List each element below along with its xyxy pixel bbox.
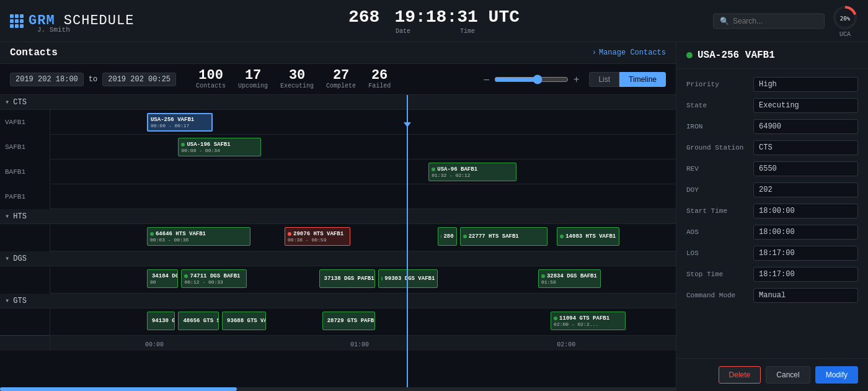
- zoom-in-button[interactable]: +: [574, 74, 579, 85]
- scrollbar[interactable]: [0, 387, 676, 391]
- timeline-cell-dgs: 34184 DG... 00 74711 DGS BAFB1 00:12 - 0…: [50, 266, 676, 294]
- bar-usa96-bafb1[interactable]: USA-96 BAFB1 01:32 - 02:12: [428, 163, 516, 181]
- field-iron: IRON 64900: [676, 116, 868, 137]
- header-date: 268: [348, 7, 379, 27]
- field-ground-station: Ground Station CTS: [676, 137, 868, 158]
- table-row: SAFB1 USA-196 SAFB1 00:08 - 00:34: [0, 135, 676, 160]
- row-label-bafb1: BAFB1: [0, 160, 50, 184]
- field-value-ground-station: CTS: [753, 140, 858, 155]
- from-date[interactable]: 2019 202 18:00: [10, 73, 84, 86]
- bar-74711-dgs[interactable]: 74711 DGS BAFB1 00:12 - 00:33: [181, 269, 247, 288]
- to-date[interactable]: 2019 202 00:25: [102, 73, 176, 86]
- field-priority: Priority High: [676, 74, 868, 95]
- chevron-down-icon: ▾: [5, 212, 9, 221]
- view-buttons: List Timeline: [589, 72, 666, 87]
- stat-executing: 30 Executing: [280, 69, 314, 89]
- chevron-down-icon: ▾: [5, 296, 9, 305]
- grid-icon: [10, 14, 24, 28]
- table-row: VAFB1 USA-256 VAFB1 00:00 - 00:17: [0, 110, 676, 135]
- group-row-gts[interactable]: ▾ GTS: [0, 294, 676, 308]
- user-name: J. Smith: [37, 26, 70, 34]
- bar-usa196-safb1[interactable]: USA-196 SAFB1 00:08 - 00:34: [178, 138, 260, 156]
- uca-label: UCA: [839, 30, 851, 37]
- bar-94130-gts[interactable]: 94130 GT...: [147, 312, 175, 330]
- bar-29076-hts[interactable]: 29076 HTS VAFB1 00:38 - 00:59: [285, 227, 350, 246]
- group-row-dgs[interactable]: ▾ DGS: [0, 251, 676, 266]
- field-value-stop-time: 18:17:00: [753, 267, 858, 282]
- field-value-iron: 64900: [753, 119, 858, 134]
- row-label-pafb1: PAFB1: [0, 184, 50, 209]
- time-tick-0200: 02:00: [557, 341, 575, 348]
- field-value-state: Executing: [753, 98, 858, 113]
- contacts-title: Contacts: [10, 47, 58, 58]
- timeline-cell-bafb1: USA-96 BAFB1 01:32 - 02:12: [50, 160, 676, 184]
- bar-37138-dgs[interactable]: 37138 DGS PAFB1: [319, 269, 376, 288]
- field-value-aos: 18:00:00: [753, 225, 858, 240]
- manage-contacts-link[interactable]: › Manage Contacts: [592, 48, 666, 57]
- group-row-cts[interactable]: ▾ CTS: [0, 95, 676, 110]
- bar-32834-dgs[interactable]: 32834 DGS BAFB1 01:58: [538, 269, 601, 288]
- date-label: Date: [396, 28, 410, 35]
- bar-usa256-vafb1[interactable]: USA-256 VAFB1 00:00 - 00:17: [147, 113, 213, 132]
- field-value-command-mode: Manual: [753, 288, 858, 303]
- time-tick-0000: 00:00: [145, 341, 164, 348]
- bar-14083-hts[interactable]: 14083 HTS VAFB1: [557, 227, 619, 246]
- group-row-hts[interactable]: ▾ HTS: [0, 209, 676, 224]
- left-panel: Contacts › Manage Contacts 2019 202 18:0…: [0, 42, 676, 391]
- stat-upcoming: 17 Upcoming: [238, 69, 268, 89]
- group-label-cts: CTS: [13, 98, 27, 107]
- bar-99303-dgs[interactable]: 99303 DGS VAFB1: [378, 269, 438, 288]
- bar-28729-gts[interactable]: 28729 GTS PAFB1: [322, 312, 376, 330]
- main: Contacts › Manage Contacts 2019 202 18:0…: [0, 42, 868, 391]
- bar-280-hts[interactable]: 280: [438, 227, 456, 246]
- row-label-vafb1: VAFB1: [0, 110, 50, 135]
- scrollbar-thumb[interactable]: [0, 387, 237, 391]
- delete-button[interactable]: Delete: [719, 366, 761, 384]
- timeline-cell-safb1: USA-196 SAFB1 00:08 - 00:34: [50, 135, 676, 160]
- search-input[interactable]: [733, 17, 818, 25]
- stat-contacts: 100 Contacts: [196, 69, 226, 89]
- field-aos: AOS 18:00:00: [676, 222, 868, 243]
- stats-group: 100 Contacts 17 Upcoming 30 Executing 27…: [196, 69, 391, 89]
- timeline-view-button[interactable]: Timeline: [619, 72, 666, 87]
- contact-title: USA-256 VAFB1: [698, 50, 775, 61]
- timeline-controls: 2019 202 18:00 to 2019 202 00:25 100 Con…: [0, 64, 676, 95]
- row-label-gts: [0, 308, 50, 336]
- svg-text:20%: 20%: [840, 15, 851, 21]
- contact-status-dot: [686, 52, 693, 58]
- bar-11094-gts[interactable]: 11094 GTS PAFB1 02:00 - 02:2...: [551, 312, 626, 330]
- modify-button[interactable]: Modify: [815, 366, 858, 384]
- bar-48656-gts[interactable]: 48656 GTS SA...: [178, 312, 219, 330]
- row-label-safb1: SAFB1: [0, 135, 50, 160]
- table-row: BAFB1 USA-96 BAFB1 01:32 - 02:12: [0, 160, 676, 184]
- header-time: 19:18:31 UTC: [394, 7, 520, 27]
- chevron-down-icon: ▾: [5, 97, 9, 107]
- group-label-hts: HTS: [13, 212, 27, 221]
- timeline-cell-hts: 64646 HTS VAFB1 00:03 - 00:36 29076 HTS …: [50, 224, 676, 251]
- row-label-hts: [0, 224, 50, 251]
- zoom-out-button[interactable]: –: [484, 74, 489, 85]
- uca-gauge: 20%: [832, 4, 858, 30]
- search-icon: 🔍: [720, 16, 729, 25]
- zoom-slider[interactable]: [494, 74, 569, 84]
- bar-93688-gts[interactable]: 93688 GTS VAFB1: [222, 312, 266, 330]
- group-label-gts: GTS: [13, 297, 27, 305]
- table-row: 94130 GT... 48656 GTS SA... 93688 GTS VA…: [0, 308, 676, 336]
- bar-34184-dgs[interactable]: 34184 DG... 00: [147, 269, 178, 288]
- bar-22777-hts[interactable]: 22777 HTS SAFB1: [460, 227, 547, 246]
- time-tick-0100: 01:00: [350, 341, 369, 348]
- list-view-button[interactable]: List: [589, 72, 619, 87]
- cancel-button[interactable]: Cancel: [766, 366, 810, 384]
- field-value-doy: 202: [753, 182, 858, 197]
- field-value-start-time: 18:00:00: [753, 204, 858, 218]
- bar-64646-hts[interactable]: 64646 HTS VAFB1 00:03 - 00:36: [147, 227, 250, 246]
- row-label-dgs: [0, 266, 50, 294]
- stat-complete: 27 Complete: [326, 69, 356, 89]
- field-rev: REV 6550: [676, 158, 868, 179]
- header-right: 🔍 20% UCA: [713, 4, 858, 37]
- timeline-cell-pafb1: [50, 184, 676, 209]
- search-box[interactable]: 🔍: [713, 13, 825, 29]
- timeline-content[interactable]: ▾ CTS VAFB1 USA-256 VAFB1 00:00 - 00:17: [0, 95, 676, 387]
- contact-fields: Priority High State Executing IRON 64900…: [676, 69, 868, 358]
- contacts-bar: Contacts › Manage Contacts: [0, 42, 676, 64]
